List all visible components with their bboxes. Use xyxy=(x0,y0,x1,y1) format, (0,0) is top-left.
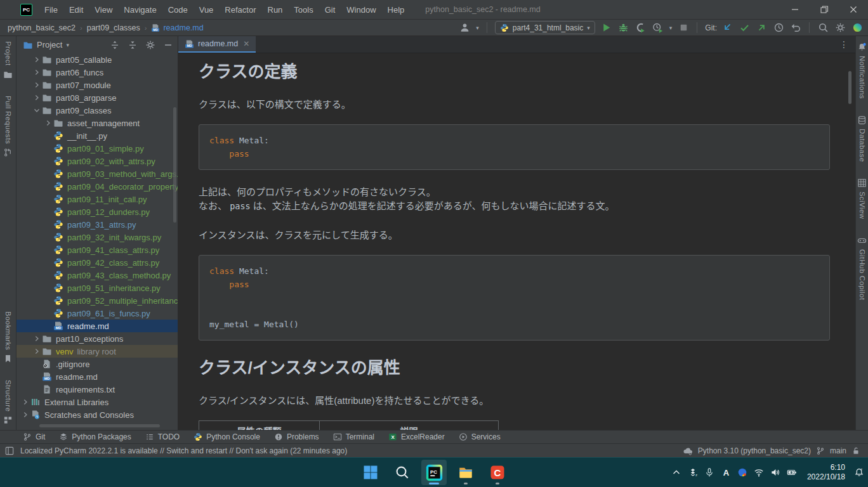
tree-item[interactable]: part05_callable xyxy=(16,53,178,66)
tree-item[interactable]: part09_03_method_with_args.py xyxy=(16,167,178,180)
tool-stripe-item-bookmarks[interactable]: Bookmarks xyxy=(3,311,13,363)
cloud-sync-icon[interactable] xyxy=(683,446,693,456)
menu-help[interactable]: Help xyxy=(383,3,409,16)
chevron-right-icon[interactable] xyxy=(32,93,42,103)
tree-item[interactable]: part09_61_is_funcs.py xyxy=(16,307,178,320)
hide-panel-button[interactable] xyxy=(162,39,174,51)
settings-button[interactable] xyxy=(834,22,846,34)
tree-item[interactable]: __init__.py xyxy=(16,129,178,142)
volume-icon[interactable] xyxy=(770,467,781,478)
tree-item[interactable]: part09_51_inheritance.py xyxy=(16,282,178,294)
tree-item[interactable]: part09_32_init_kwargs.py xyxy=(16,231,178,244)
status-message[interactable]: Localized PyCharm 2022.2.1 is available … xyxy=(20,446,347,455)
chevron-right-icon[interactable] xyxy=(32,80,42,90)
tree-item[interactable]: part09_11_init_call.py xyxy=(16,193,178,205)
tool-window-button-excelreader[interactable]: XExcelReader xyxy=(388,432,445,441)
search-everywhere-button[interactable] xyxy=(817,22,829,34)
more-options-icon[interactable]: ⋮ xyxy=(833,39,855,49)
taskbar-camtasia-button[interactable]: C xyxy=(485,460,510,485)
history-button[interactable] xyxy=(773,22,784,34)
breadcrumb-item[interactable]: MDreadme.md xyxy=(151,23,203,32)
interpreter-label[interactable]: Python 3.10 (python_basic_sec2) xyxy=(698,446,811,455)
debug-button[interactable] xyxy=(618,22,629,34)
tree-item[interactable]: part10_exceptions xyxy=(16,332,178,345)
tree-item[interactable]: part07_module xyxy=(16,79,178,91)
taskbar-pycharm-button[interactable]: PC xyxy=(421,460,447,485)
menu-vue[interactable]: Vue xyxy=(195,3,218,16)
tool-window-button-python-packages[interactable]: Python Packages xyxy=(59,432,131,441)
chevron-right-icon[interactable] xyxy=(32,334,42,344)
tree-item[interactable]: part09_41_class_attrs.py xyxy=(16,244,178,256)
tree-item[interactable]: part09_04_decorator_property.py xyxy=(16,180,178,193)
tool-stripe-item-pull-requests[interactable]: Pull Requests xyxy=(3,96,13,157)
tool-stripe-item-project[interactable]: Project xyxy=(3,41,13,79)
menu-refactor[interactable]: Refactor xyxy=(220,3,260,16)
battery-icon[interactable] xyxy=(787,467,798,478)
update-project-button[interactable] xyxy=(721,22,733,34)
tool-stripe-item-database[interactable]: Database xyxy=(857,115,867,162)
menu-navigate[interactable]: Navigate xyxy=(119,3,161,16)
tree-vertical-scrollbar[interactable] xyxy=(173,107,176,223)
menu-run[interactable]: Run xyxy=(263,3,287,16)
taskbar-search-button[interactable] xyxy=(390,460,415,485)
start-button[interactable] xyxy=(358,460,383,485)
menu-file[interactable]: File xyxy=(40,3,62,16)
tool-window-button-git[interactable]: Git xyxy=(23,432,45,441)
menu-view[interactable]: View xyxy=(90,3,117,16)
tree-item[interactable]: venvlibrary root xyxy=(16,345,178,358)
commit-button[interactable] xyxy=(739,22,750,34)
tool-window-button-todo[interactable]: TODO xyxy=(145,432,180,441)
tool-window-button-terminal[interactable]: Terminal xyxy=(333,432,374,441)
stop-button[interactable] xyxy=(678,22,689,34)
tree-item[interactable]: part09_classes xyxy=(16,104,178,117)
tool-window-button-problems[interactable]: Problems xyxy=(274,432,319,441)
close-tab-icon[interactable]: ✕ xyxy=(243,39,249,48)
tree-item[interactable]: part09_31_attrs.py xyxy=(16,218,178,231)
run-configuration-select[interactable]: part4_31_html_basic ▾ xyxy=(495,21,595,34)
collapse-all-button[interactable] xyxy=(127,39,138,51)
tree-item[interactable]: External Libraries xyxy=(16,396,178,408)
tray-app-icon[interactable] xyxy=(737,467,748,478)
chevron-right-icon[interactable] xyxy=(32,346,42,356)
menu-window[interactable]: Window xyxy=(342,3,380,16)
menu-tools[interactable]: Tools xyxy=(289,3,317,16)
chevron-down-icon[interactable]: ▾ xyxy=(66,42,69,48)
notifications-dnd-icon[interactable]: z xyxy=(853,467,864,478)
tree-item[interactable]: part09_52_multiple_inheritance.py xyxy=(16,294,178,307)
close-button[interactable] xyxy=(839,0,868,19)
ime-indicator[interactable]: A xyxy=(721,468,732,477)
run-with-coverage-button[interactable] xyxy=(635,22,647,34)
restore-button[interactable] xyxy=(810,0,839,19)
tray-overflow-icon[interactable] xyxy=(671,467,682,478)
rollback-button[interactable] xyxy=(790,22,801,34)
clock[interactable]: 6:10 2022/10/18 xyxy=(807,463,845,482)
panel-options-button[interactable] xyxy=(145,39,156,51)
tool-stripe-item-sciview[interactable]: SciView xyxy=(857,178,867,219)
wifi-icon[interactable] xyxy=(754,467,765,478)
tree-item[interactable]: requirements.txt xyxy=(16,383,178,396)
tree-item[interactable]: part09_12_dunders.py xyxy=(16,205,178,218)
tool-window-button-python-console[interactable]: Python Console xyxy=(194,432,260,441)
minimize-button[interactable] xyxy=(780,0,810,19)
chevron-right-icon[interactable] xyxy=(20,397,30,407)
tool-window-switcher-icon[interactable] xyxy=(5,446,14,455)
tree-item[interactable]: part09_42_class_attrs.py xyxy=(16,256,178,269)
chevron-down-icon[interactable] xyxy=(32,105,42,115)
profiler-button[interactable] xyxy=(652,22,664,34)
chevron-right-icon[interactable] xyxy=(32,67,42,77)
chevron-right-icon[interactable] xyxy=(20,410,30,420)
editor-scrollbar[interactable] xyxy=(848,71,852,104)
tree-item[interactable]: asset_management xyxy=(16,117,178,129)
lock-icon[interactable] xyxy=(852,446,860,455)
tree-item[interactable]: MDreadme.md xyxy=(16,320,178,332)
tree-item[interactable]: part08_argparse xyxy=(16,91,178,104)
tree-item[interactable]: Scratches and Consoles xyxy=(16,408,178,421)
menu-edit[interactable]: Edit xyxy=(65,3,88,16)
breadcrumb-item[interactable]: python_basic_sec2 xyxy=(8,23,76,32)
menu-code[interactable]: Code xyxy=(164,3,192,16)
tool-stripe-item-github-copilot[interactable]: GitHub Copilot xyxy=(857,236,867,300)
menu-git[interactable]: Git xyxy=(320,3,340,16)
run-button[interactable] xyxy=(601,22,612,34)
tree-item[interactable]: MDreadme.md xyxy=(16,370,178,383)
push-button[interactable] xyxy=(756,22,767,34)
